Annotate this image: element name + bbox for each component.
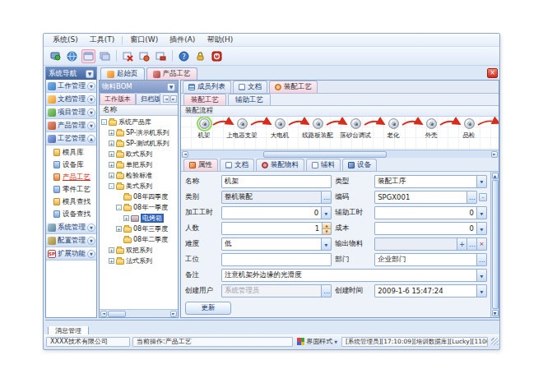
scroll-up-icon[interactable] — [492, 173, 499, 179]
difficulty-field[interactable]: 低 — [221, 238, 332, 251]
resize-grip[interactable] — [491, 338, 499, 345]
menu-tools[interactable]: 工具(T) — [84, 34, 121, 46]
tree-node[interactable]: 08年二季度 — [100, 234, 178, 245]
scroll-thumb[interactable] — [263, 151, 387, 158]
sidebar-group-project[interactable]: 项目管理 — [46, 106, 96, 119]
remarks-field[interactable]: 注意机架外边缘的光滑度 — [221, 269, 487, 282]
globe-icon[interactable] — [65, 49, 79, 63]
flow-node[interactable]: 品检 — [451, 118, 487, 140]
workstation-field[interactable] — [221, 253, 332, 266]
cost-field[interactable]: 0 — [374, 222, 487, 235]
tree-horizontal-scrollbar[interactable] — [100, 309, 178, 317]
tree-node[interactable]: +单把系列 — [100, 159, 178, 170]
tree-node[interactable]: +SP-演示机系列 — [100, 127, 178, 138]
machining-hours-field[interactable]: 0 — [221, 206, 332, 219]
tab-scroll-left-icon[interactable] — [163, 95, 169, 103]
dropdown-icon[interactable] — [476, 207, 486, 219]
form-vertical-scrollbar[interactable] — [490, 172, 499, 317]
created-time-field[interactable]: 2009-1-6 15:47:24 — [374, 284, 487, 297]
menu-help[interactable]: 帮助(H) — [201, 34, 239, 46]
flow-node[interactable]: 外壳 — [413, 118, 449, 140]
nav-item-device-lib[interactable]: 设备库 — [46, 159, 96, 171]
tab-assembly-process[interactable]: 装配工艺 — [269, 81, 318, 93]
menu-plugins[interactable]: 插件(A) — [164, 34, 201, 46]
scroll-left-icon[interactable] — [182, 151, 188, 158]
scroll-left-icon[interactable] — [100, 311, 107, 317]
ellipsis-icon[interactable] — [466, 238, 476, 250]
scroll-right-icon[interactable] — [170, 311, 177, 317]
scroll-thumb[interactable] — [492, 180, 499, 309]
tree-node[interactable]: -08年一季度 — [100, 202, 178, 213]
minus-button[interactable]: – — [479, 193, 487, 201]
dropdown-icon[interactable] — [476, 176, 486, 187]
update-button[interactable]: 更新 — [185, 302, 231, 315]
tree-node[interactable]: 08年四季度 — [100, 191, 178, 202]
subtab-auxiliary[interactable]: 辅助工艺 — [228, 94, 271, 105]
expand-button[interactable] — [87, 250, 95, 258]
expand-button[interactable] — [87, 122, 95, 130]
output-material-field[interactable] — [374, 238, 487, 251]
tab-archive-version[interactable]: 归档版本 — [136, 93, 160, 104]
lock-icon[interactable] — [193, 49, 207, 63]
sidebar-group-product[interactable]: 产品管理 — [46, 119, 96, 132]
close-document-button[interactable]: × — [487, 68, 498, 78]
tab-work-version[interactable]: 工作版本 — [100, 93, 136, 104]
pin-button[interactable] — [167, 83, 175, 91]
department-field[interactable]: 企业部门 — [374, 253, 487, 266]
tab-documents[interactable]: 文档 — [233, 81, 267, 93]
tree-node[interactable]: -系统产品库 — [100, 117, 178, 127]
tree-node[interactable]: +SP-测试机系列 — [100, 138, 178, 149]
window-cascade-icon[interactable] — [98, 49, 112, 63]
dropdown-icon[interactable] — [321, 238, 331, 250]
flow-node[interactable]: 机架 — [186, 118, 222, 140]
sidebar-group-extension[interactable]: SP扩展功能 — [46, 247, 96, 261]
expand-button[interactable] — [87, 237, 95, 245]
help-icon[interactable]: ? — [177, 49, 191, 63]
code-field[interactable]: SPGX001 — [374, 191, 477, 204]
tab-properties[interactable]: 属性 — [183, 159, 218, 171]
expand-button[interactable] — [87, 95, 95, 104]
collapse-button[interactable] — [87, 135, 95, 143]
spinner-buttons[interactable] — [322, 223, 331, 234]
flow-node[interactable]: 老化 — [375, 118, 411, 140]
dropdown-icon[interactable] — [476, 285, 486, 297]
nav-item-mold-lib[interactable]: 模具库 — [46, 146, 96, 159]
expand-button[interactable] — [87, 224, 95, 232]
dropdown-icon[interactable] — [321, 207, 331, 219]
add-icon[interactable] — [457, 238, 466, 250]
tab-auxiliary-materials[interactable]: 辅料 — [306, 159, 341, 171]
tab-prop-documents[interactable]: 文档 — [220, 159, 254, 171]
nav-item-part-process[interactable]: 零件工艺 — [46, 183, 96, 196]
scroll-thumb[interactable] — [108, 311, 126, 317]
exit-icon[interactable] — [210, 49, 224, 63]
nav-item-mold-search[interactable]: 模具查找 — [46, 196, 96, 208]
sidebar-group-docs[interactable]: 文档管理 — [46, 93, 96, 106]
window-delete-icon[interactable] — [154, 49, 168, 63]
sidebar-group-system[interactable]: 系统管理 — [46, 221, 96, 234]
expand-button[interactable] — [87, 82, 95, 90]
tab-scroll-right-icon[interactable] — [170, 95, 177, 103]
name-field[interactable]: 机架 — [221, 175, 332, 188]
tab-start-page[interactable]: 起始页 — [100, 67, 145, 80]
memo-expand-icon[interactable] — [476, 270, 486, 281]
tree-node[interactable]: +08年三季度 — [100, 224, 178, 234]
client-monitor-icon[interactable] — [49, 49, 63, 63]
tree-node-selected[interactable]: +电烤箱 — [100, 213, 178, 224]
tab-equipment[interactable]: 设备 — [342, 159, 377, 171]
ellipsis-icon[interactable] — [466, 191, 476, 203]
subtab-assembly[interactable]: 装配工艺 — [183, 94, 226, 105]
scroll-right-icon[interactable] — [491, 151, 498, 158]
tab-member-list[interactable]: 成员列表 — [183, 81, 231, 93]
flow-node[interactable]: 落砂台调试 — [337, 118, 374, 140]
clear-icon[interactable] — [476, 238, 486, 250]
tree-node[interactable]: +欧式系列 — [100, 149, 178, 159]
window-refresh-icon[interactable] — [137, 49, 151, 63]
nav-item-device-search[interactable]: 设备查找 — [46, 208, 96, 220]
sidebar-group-process[interactable]: 工艺管理 — [46, 132, 96, 145]
tree-node[interactable]: +检验标准 — [100, 170, 178, 181]
flow-node[interactable]: 上电器支架 — [224, 118, 260, 140]
sidebar-group-work[interactable]: 工作管理 — [46, 80, 96, 93]
expand-button[interactable] — [87, 108, 95, 117]
tree-node[interactable]: +法式系列 — [100, 256, 178, 266]
ellipsis-icon[interactable] — [476, 254, 486, 265]
